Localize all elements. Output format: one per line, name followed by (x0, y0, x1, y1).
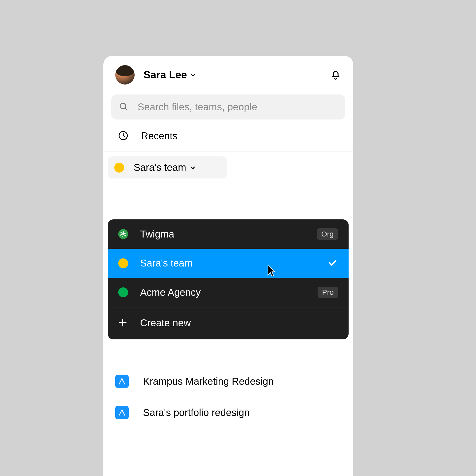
clock-icon (118, 131, 128, 142)
plan-badge: Pro (318, 287, 338, 298)
team-color-dot (114, 163, 124, 173)
nav-recents[interactable]: Recents (103, 119, 353, 151)
team-option-label: Twigma (140, 229, 317, 240)
notifications-bell-icon[interactable] (330, 69, 341, 81)
recents-label: Recents (141, 130, 178, 142)
design-file-icon (115, 406, 129, 419)
team-option-saras-team[interactable]: Sara's team (108, 249, 349, 278)
divider (103, 151, 353, 151)
search-icon (119, 102, 128, 112)
team-option-label: Sara's team (140, 258, 328, 269)
team-selector[interactable]: Sara's team (108, 156, 227, 178)
plan-badge: Org (317, 228, 338, 240)
search-input[interactable] (138, 101, 338, 113)
chevron-down-icon (186, 164, 196, 172)
user-name[interactable]: Sara Lee (144, 69, 187, 81)
sidebar-panel: Sara Lee Recents Sara's team (103, 56, 353, 476)
team-color-dot (118, 258, 128, 268)
create-new-label: Create new (140, 317, 191, 328)
check-icon (328, 258, 338, 268)
team-color-dot (118, 287, 128, 297)
file-label: Sara's portfolio redesign (143, 407, 250, 418)
file-item[interactable]: Sara's portfolio redesign (115, 406, 250, 419)
user-avatar[interactable] (115, 65, 135, 85)
team-option-twigma[interactable]: Twigma Org (108, 219, 349, 249)
team-option-acme-agency[interactable]: Acme Agency Pro (108, 278, 349, 307)
chevron-down-icon[interactable] (187, 71, 196, 79)
team-icon-twigma (118, 229, 128, 239)
file-label: Krampus Marketing Redesign (143, 376, 274, 387)
search-bar[interactable] (111, 94, 345, 119)
design-file-icon (115, 375, 129, 388)
svg-line-1 (125, 108, 127, 110)
team-selector-label: Sara's team (134, 162, 186, 173)
header-row: Sara Lee (103, 56, 353, 89)
file-item[interactable]: Krampus Marketing Redesign (115, 375, 274, 388)
team-option-label: Acme Agency (140, 287, 318, 298)
team-dropdown: Twigma Org Sara's team Acme Agency Pro C… (108, 219, 349, 339)
plus-icon (118, 318, 127, 328)
create-new-team[interactable]: Create new (108, 307, 349, 339)
